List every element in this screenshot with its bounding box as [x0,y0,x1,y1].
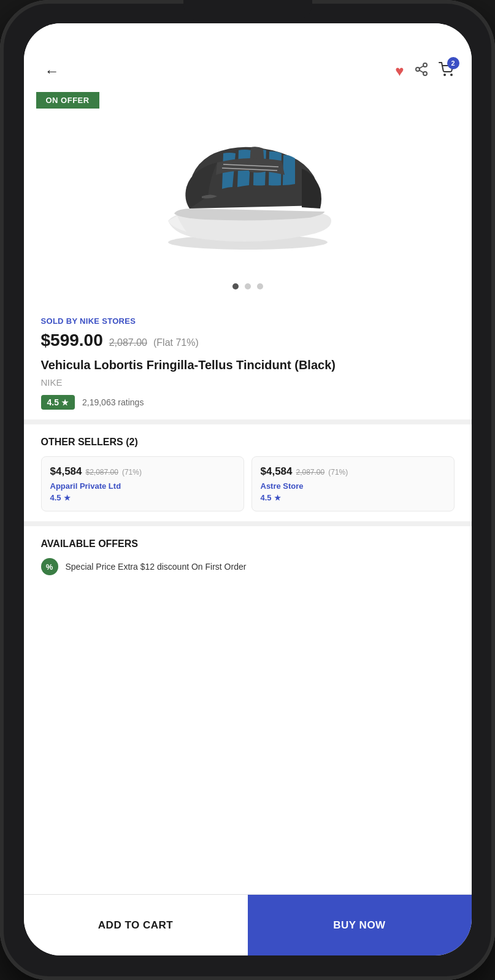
seller-2-name: Astre Store [261,481,445,491]
seller-1-name: Apparil Private Ltd [50,481,235,491]
rating-badge[interactable]: 4.5 ★ [41,395,75,410]
seller-1-current-price: $4,584 [50,465,82,478]
svg-line-3 [419,71,423,73]
cart-button[interactable]: 2 [439,62,455,80]
header-actions: ♥ 2 [395,62,454,80]
discount-text: (Flat 71%) [153,337,199,348]
star-icon: ★ [61,398,69,407]
header: ← ♥ 2 [24,23,472,92]
available-offers-section: AVAILABLE OFFERS % Special Price Extra $… [24,526,472,585]
svg-point-5 [444,74,445,75]
product-image [144,117,352,264]
offer-item-1: % Special Price Extra $12 discount On Fi… [41,558,455,575]
rating-row: 4.5 ★ 2,19,063 ratings [41,395,455,410]
back-button[interactable]: ← [41,60,63,82]
screen: ← ♥ 2 [24,23,472,955]
product-title: Vehicula Lobortis Fringilla-Tellus Tinci… [41,356,455,373]
share-icon[interactable] [414,62,429,80]
seller-2-star-icon: ★ [274,494,281,502]
seller-1-rating: 4.5 ★ [50,493,235,502]
product-image-wrapper [36,92,459,276]
seller-card-2[interactable]: $4,584 2,087.00 (71%) Astre Store 4.5 ★ [251,456,455,511]
seller-1-discount: (71%) [122,468,142,477]
bottom-cta: ADD TO CART BUY NOW [24,894,472,955]
product-image-section: ON OFFER [24,92,472,307]
seller-2-original-price: 2,087.00 [296,468,325,477]
seller-1-star-icon: ★ [64,494,71,502]
section-divider-1 [24,419,472,424]
offer-text: Special Price Extra $12 discount On Firs… [66,558,247,573]
offer-badge: ON OFFER [36,92,99,109]
price-row: $599.00 2,087.00 (Flat 71%) [41,331,455,350]
svg-line-4 [419,66,423,69]
other-sellers-title: OTHER SELLERS (2) [41,437,455,448]
seller-label: SOLD BY NIKE STORES [41,316,455,326]
brand-name: NIKE [41,377,455,388]
seller-2-current-price: $4,584 [261,465,293,478]
phone-notch [183,0,312,21]
phone-shell: ← ♥ 2 [0,0,495,980]
dot-3[interactable] [257,283,263,289]
seller-card-1[interactable]: $4,584 $2,087.00 (71%) Apparil Private L… [41,456,244,511]
seller-1-price-row: $4,584 $2,087.00 (71%) [50,465,235,478]
product-info: SOLD BY NIKE STORES $599.00 2,087.00 (Fl… [24,307,472,410]
other-sellers-section: OTHER SELLERS (2) $4,584 $2,087.00 (71%)… [24,424,472,521]
available-offers-title: AVAILABLE OFFERS [41,538,455,549]
image-pagination-dots [36,283,459,289]
add-to-cart-button[interactable]: ADD TO CART [24,895,248,955]
offer-percent-icon: % [41,558,58,575]
cart-count-badge: 2 [447,57,459,69]
rating-value: 4.5 [47,397,59,407]
wishlist-icon[interactable]: ♥ [395,63,404,80]
sellers-grid: $4,584 $2,087.00 (71%) Apparil Private L… [41,456,455,511]
seller-2-rating: 4.5 ★ [261,493,445,502]
back-arrow-icon: ← [45,63,59,80]
buy-now-button[interactable]: BUY NOW [248,895,472,955]
dot-1[interactable] [232,283,239,289]
seller-1-rating-value: 4.5 [50,493,61,502]
dot-2[interactable] [245,283,251,289]
svg-point-6 [451,74,452,75]
seller-2-rating-value: 4.5 [261,493,272,502]
current-price: $599.00 [41,331,103,350]
original-price: 2,087.00 [109,337,147,348]
scrollable-content[interactable]: ON OFFER [24,92,472,955]
seller-2-price-row: $4,584 2,087.00 (71%) [261,465,445,478]
ratings-count: 2,19,063 ratings [82,397,144,407]
section-divider-2 [24,521,472,526]
seller-2-discount: (71%) [328,468,348,477]
seller-1-original-price: $2,087.00 [86,468,118,477]
